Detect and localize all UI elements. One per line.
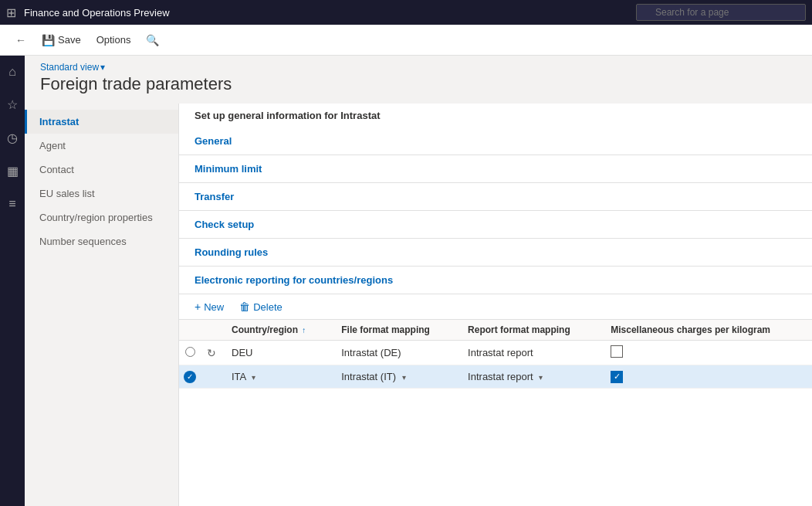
app-title: Finance and Operations Preview: [24, 7, 636, 19]
left-nav: Intrastat Agent Contact EU sales list Co…: [25, 104, 179, 506]
new-button[interactable]: + New: [191, 299, 227, 314]
td-report-format-ita: Intrastat report ▾: [458, 365, 601, 389]
td-misc-ita[interactable]: ✓: [601, 365, 812, 389]
content-subtitle: Set up general information for Intrastat: [179, 104, 812, 127]
td-file-format-deu: Intrastat (DE): [332, 341, 458, 365]
page-header: Standard view ▾ Foreign trade parameters: [25, 56, 812, 104]
two-col: Intrastat Agent Contact EU sales list Co…: [25, 104, 812, 506]
nav-item-contact[interactable]: Contact: [25, 158, 178, 182]
dropdown-icon-ita[interactable]: ▾: [252, 373, 255, 382]
favorites-icon[interactable]: ☆: [4, 94, 21, 115]
standard-view[interactable]: Standard view ▾: [40, 62, 797, 73]
th-country: Country/region ↑: [222, 320, 332, 341]
selected-indicator-ita: ✓: [184, 371, 196, 383]
search-wrapper: 🔍: [636, 4, 806, 21]
page-search-input[interactable]: [636, 4, 806, 21]
section-general[interactable]: General: [179, 127, 812, 155]
td-refresh-deu[interactable]: ↻: [201, 341, 222, 365]
save-icon: 💾: [42, 34, 55, 46]
options-button[interactable]: Options: [90, 31, 137, 49]
page-content: Standard view ▾ Foreign trade parameters…: [25, 56, 812, 506]
save-label: Save: [58, 34, 81, 46]
dropdown-icon-file-ita[interactable]: ▾: [402, 373, 406, 382]
electronic-table: Country/region ↑ File format mapping Rep…: [179, 320, 812, 389]
th-country-label: Country/region: [232, 324, 298, 335]
electronic-section-title: Electronic reporting for countries/regio…: [179, 267, 812, 294]
chevron-icon: ▾: [100, 62, 105, 73]
table-row[interactable]: ↻ DEU Intrastat (DE) Intrastat report: [179, 341, 812, 365]
toolbar-search-icon: 🔍: [146, 34, 159, 46]
th-misc-charges: Miscellaneous charges per kilogram: [601, 320, 812, 341]
nav-item-country-region[interactable]: Country/region properties: [25, 205, 178, 229]
page-title: Foreign trade parameters: [40, 74, 797, 94]
list-icon[interactable]: ≡: [5, 194, 19, 214]
checkbox-ita[interactable]: ✓: [611, 371, 623, 383]
right-content: Set up general information for Intrastat…: [179, 104, 812, 506]
grid-icon[interactable]: ⊞: [6, 5, 16, 20]
back-button[interactable]: ←: [9, 31, 32, 49]
options-label: Options: [96, 34, 131, 46]
td-refresh-ita[interactable]: [201, 365, 222, 389]
main-layout: ⌂ ☆ ◷ ▦ ≡ Standard view ▾ Foreign trade …: [0, 56, 812, 506]
icon-sidebar: ⌂ ☆ ◷ ▦ ≡: [0, 56, 25, 506]
nav-item-number-sequences[interactable]: Number sequences: [25, 229, 178, 253]
th-report-format: Report format mapping: [458, 320, 601, 341]
nav-item-agent[interactable]: Agent: [25, 134, 178, 158]
td-misc-deu[interactable]: [601, 341, 812, 365]
section-transfer[interactable]: Transfer: [179, 183, 812, 211]
toolbar: ← 💾 Save Options 🔍: [0, 25, 812, 56]
save-button[interactable]: 💾 Save: [36, 31, 87, 49]
section-rounding-rules[interactable]: Rounding rules: [179, 239, 812, 267]
back-icon: ←: [15, 34, 26, 46]
dropdown-icon-report-ita[interactable]: ▾: [539, 373, 543, 382]
th-radio: [179, 320, 201, 341]
th-file-format: File format mapping: [332, 320, 458, 341]
th-refresh: [201, 320, 222, 341]
recent-icon[interactable]: ◷: [4, 127, 21, 148]
td-country-ita: ITA ▾: [222, 365, 332, 389]
table-row[interactable]: ✓ ITA ▾ Intrastat (IT) ▾ In: [179, 365, 812, 389]
td-radio-ita[interactable]: ✓: [179, 365, 201, 389]
delete-button[interactable]: 🗑 Delete: [236, 299, 286, 314]
new-label: New: [204, 301, 224, 313]
td-radio-deu[interactable]: [179, 341, 201, 365]
view-label: Standard view: [40, 62, 99, 73]
refresh-icon-deu[interactable]: ↻: [207, 347, 216, 359]
home-icon[interactable]: ⌂: [5, 62, 19, 82]
toolbar-search-button[interactable]: 🔍: [140, 31, 165, 49]
td-report-format-deu: Intrastat report: [458, 341, 601, 365]
electronic-section: Electronic reporting for countries/regio…: [179, 267, 812, 389]
plus-icon: +: [195, 301, 201, 313]
radio-deu[interactable]: [185, 347, 195, 357]
sort-arrow-icon: ↑: [302, 326, 306, 335]
checkbox-deu[interactable]: [611, 345, 623, 358]
nav-item-intrastat[interactable]: Intrastat: [25, 110, 178, 134]
td-file-format-ita: Intrastat (IT) ▾: [332, 365, 458, 389]
section-check-setup[interactable]: Check setup: [179, 211, 812, 239]
modules-icon[interactable]: ▦: [4, 161, 22, 182]
td-country-deu: DEU: [222, 341, 332, 365]
delete-label: Delete: [253, 301, 283, 313]
table-actions: + New 🗑 Delete: [179, 294, 812, 320]
section-minimum-limit[interactable]: Minimum limit: [179, 155, 812, 183]
top-bar: ⊞ Finance and Operations Preview 🔍: [0, 0, 812, 25]
trash-icon: 🗑: [239, 301, 250, 313]
nav-item-eu-sales-list[interactable]: EU sales list: [25, 182, 178, 205]
